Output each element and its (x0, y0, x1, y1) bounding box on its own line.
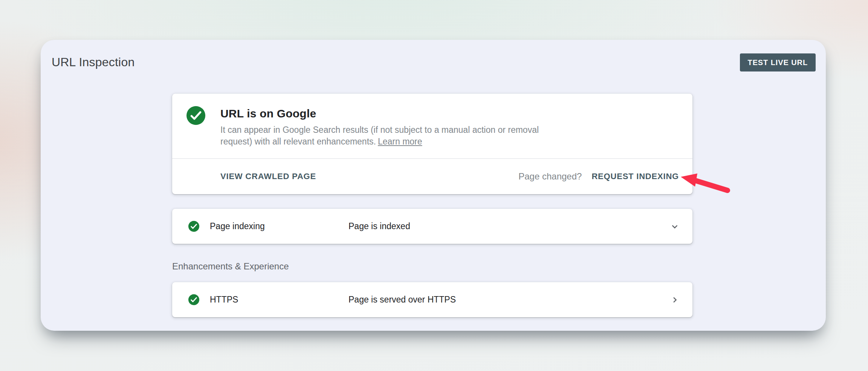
enhancements-heading: Enhancements & Experience (172, 261, 692, 272)
chevron-right-icon[interactable] (669, 295, 680, 305)
page-indexing-row[interactable]: Page indexing Page is indexed (172, 209, 692, 244)
status-description-line1: It can appear in Google Search results (… (220, 125, 539, 135)
url-inspection-panel: URL Inspection TEST LIVE URL URL is on G… (41, 40, 826, 331)
https-row[interactable]: HTTPS Page is served over HTTPS (172, 282, 692, 317)
url-status-card: URL is on Google It can appear in Google… (172, 94, 692, 194)
page-indexing-label: Page indexing (210, 221, 348, 231)
check-circle-icon (186, 106, 205, 125)
request-indexing-group: Page changed? REQUEST INDEXING (518, 171, 679, 182)
page-changed-label: Page changed? (518, 171, 582, 182)
url-status-summary: URL is on Google It can appear in Google… (172, 94, 692, 158)
check-circle-icon (188, 294, 199, 305)
page-indexing-status: Page is indexed (348, 221, 669, 231)
view-crawled-page-button[interactable]: VIEW CRAWLED PAGE (220, 172, 316, 181)
https-label: HTTPS (210, 295, 348, 305)
test-live-url-button[interactable]: TEST LIVE URL (740, 53, 816, 71)
red-arrow-icon (679, 172, 733, 194)
status-card-actions: VIEW CRAWLED PAGE Page changed? REQUEST … (172, 158, 692, 194)
check-circle-icon (188, 221, 199, 232)
request-indexing-button[interactable]: REQUEST INDEXING (591, 172, 679, 181)
chevron-down-icon[interactable] (669, 221, 680, 232)
status-description-line2: request) with all relevant enhancements. (220, 137, 376, 146)
panel-header: URL Inspection TEST LIVE URL (41, 40, 826, 71)
status-title: URL is on Google (220, 107, 539, 120)
page-title: URL Inspection (52, 53, 134, 71)
inspection-results: URL is on Google It can appear in Google… (172, 94, 692, 317)
learn-more-link[interactable]: Learn more (378, 137, 422, 146)
status-text-block: URL is on Google It can appear in Google… (220, 106, 539, 147)
status-description: It can appear in Google Search results (… (220, 124, 539, 147)
https-status: Page is served over HTTPS (348, 295, 669, 305)
